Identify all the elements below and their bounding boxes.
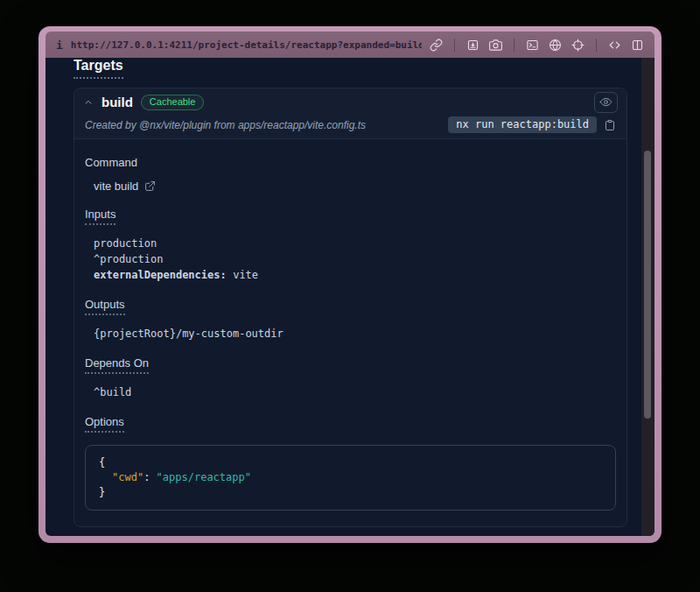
camera-icon[interactable] — [489, 39, 502, 52]
json-key: "cwd" — [112, 471, 144, 483]
copy-icon — [604, 119, 616, 131]
project-details-page: Targets build Cacheable C — [46, 58, 641, 536]
command-value-link[interactable]: vite build — [85, 180, 156, 193]
inputs-label[interactable]: Inputs — [85, 208, 116, 225]
code-icon[interactable] — [608, 39, 621, 52]
outputs-section: Outputs {projectRoot}/my-custom-outdir — [85, 296, 616, 342]
input-item-key: externalDependencies: — [94, 269, 227, 281]
depends-on-item: ^build — [94, 384, 616, 400]
url-text[interactable]: http://127.0.0.1:4211/project-details/re… — [71, 39, 422, 51]
target-card-build: build Cacheable Created by @nx/vite/plug… — [74, 88, 627, 527]
target-name: build — [102, 95, 133, 109]
view-in-graph-button[interactable] — [594, 92, 618, 113]
command-value: vite build — [94, 180, 138, 193]
inputs-section: Inputs production ^production externalDe… — [85, 206, 616, 283]
input-item: ^production — [94, 251, 616, 267]
depends-on-section: Depends On ^build — [85, 355, 616, 400]
cacheable-badge: Cacheable — [141, 95, 205, 110]
toolbar-divider — [454, 39, 455, 52]
eye-icon — [599, 95, 612, 109]
depends-on-label[interactable]: Depends On — [85, 356, 149, 374]
output-item: {projectRoot}/my-custom-outdir — [94, 326, 616, 342]
terminal-icon[interactable] — [526, 39, 539, 52]
import-icon[interactable] — [466, 39, 480, 52]
json-value: "apps/reactapp" — [157, 471, 251, 483]
outputs-label[interactable]: Outputs — [85, 298, 125, 315]
run-command-chip: nx run reactapp:build — [448, 116, 597, 133]
crosshair-icon[interactable] — [571, 39, 584, 52]
toolbar-icon-cluster — [430, 39, 644, 52]
globe-icon[interactable] — [549, 39, 562, 52]
scrollbar-thumb[interactable] — [644, 151, 651, 419]
target-card-build-subheader: Created by @nx/vite/plugin from apps/rea… — [74, 116, 626, 139]
options-label[interactable]: Options — [85, 415, 124, 433]
toolbar-divider — [514, 39, 514, 52]
options-section: Options { "cwd": "apps/reactapp" } — [85, 413, 616, 511]
info-icon[interactable]: i — [56, 39, 63, 51]
command-section: Command vite build — [85, 154, 616, 193]
input-item: production — [94, 236, 616, 251]
external-link-icon[interactable] — [144, 180, 156, 192]
json-close-brace: } — [99, 485, 602, 500]
input-item-value: vite — [233, 269, 258, 281]
json-open-brace: { — [99, 455, 602, 470]
scrollbar-track[interactable] — [641, 58, 654, 536]
command-label: Command — [85, 156, 137, 169]
targets-heading[interactable]: Targets — [74, 58, 123, 79]
chevron-up-icon[interactable] — [83, 97, 94, 108]
json-property-line: "cwd": "apps/reactapp" — [99, 470, 602, 485]
page-content: Targets build Cacheable C — [46, 58, 654, 536]
options-json-box: { "cwd": "apps/reactapp" } — [85, 445, 616, 511]
toolbar-divider — [596, 39, 597, 52]
target-toggle-build[interactable]: build Cacheable — [74, 88, 626, 116]
browser-window: i http://127.0.0.1:4211/project-details/… — [38, 26, 662, 543]
link-icon[interactable] — [430, 39, 443, 52]
json-separator: : — [144, 471, 156, 483]
input-item: externalDependencies:vite — [94, 267, 616, 283]
columns-icon[interactable] — [631, 39, 644, 52]
copy-command-button[interactable] — [604, 119, 616, 131]
created-by-text: Created by @nx/vite/plugin from apps/rea… — [85, 119, 366, 131]
browser-toolbar: i http://127.0.0.1:4211/project-details/… — [46, 32, 654, 58]
target-card-build-header: build Cacheable Created by @nx/vite/plug… — [74, 88, 626, 139]
target-card-build-body: Command vite build Inputs production ^pr… — [74, 139, 626, 526]
